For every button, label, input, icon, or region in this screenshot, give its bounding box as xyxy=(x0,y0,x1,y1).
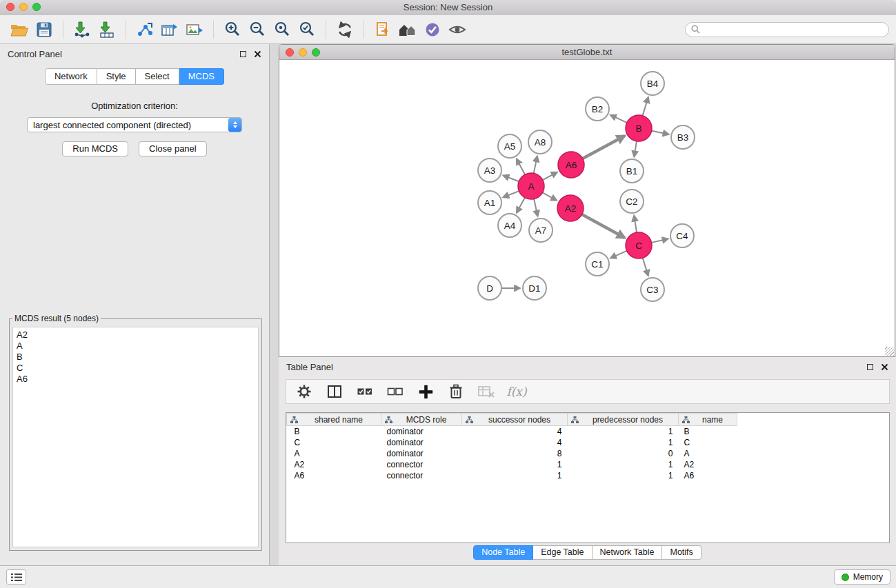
table-row[interactable]: A2connector11A2 xyxy=(287,459,737,470)
delete-column-button[interactable] xyxy=(446,382,466,401)
table-row[interactable]: Cdominator41C xyxy=(287,437,737,448)
network-traffic-lights xyxy=(286,48,320,57)
run-mcds-button[interactable]: Run MCDS xyxy=(62,141,128,156)
create-column-button[interactable] xyxy=(416,382,435,401)
table-row[interactable]: A6connector11A6 xyxy=(287,470,737,481)
mcds-result-item[interactable]: A6 xyxy=(17,374,255,385)
tab-node-table[interactable]: Node Table xyxy=(473,545,533,560)
mcds-result-item[interactable]: B xyxy=(17,352,255,363)
task-history-button[interactable] xyxy=(6,569,26,585)
float-panel-icon[interactable] xyxy=(240,51,246,57)
network-graph[interactable]: B4B2BB3A5A8A6A3B1AC2A1A2A4A7C4CC1C3DD1 xyxy=(279,60,895,356)
export-image-icon xyxy=(186,21,203,38)
close-panel-icon[interactable] xyxy=(254,50,261,58)
mcds-result-list[interactable]: A2ABCA6 xyxy=(12,327,259,547)
edge-A-A8[interactable] xyxy=(534,156,537,174)
zoom-fit-button[interactable] xyxy=(270,18,295,41)
search-field[interactable] xyxy=(685,22,889,37)
apply-style-button[interactable] xyxy=(420,18,445,41)
edge-A2-C[interactable] xyxy=(582,214,625,238)
edge-B-B1[interactable] xyxy=(634,141,637,157)
column-header-label: predecessor nodes xyxy=(593,415,663,425)
export-network-button[interactable] xyxy=(132,18,157,41)
mcds-result-item[interactable]: A xyxy=(17,341,255,352)
node-label-A3: A3 xyxy=(484,165,496,176)
unselect-all-columns-button[interactable] xyxy=(386,382,405,401)
show-columns-button[interactable] xyxy=(325,382,344,401)
minimize-network-window-icon[interactable] xyxy=(299,48,307,57)
memory-button[interactable]: Memory xyxy=(834,569,890,585)
edge-C-C4[interactable] xyxy=(652,239,668,243)
criterion-dropdown[interactable]: largest connected component (directed) xyxy=(27,117,242,132)
column-header-successor-nodes[interactable]: successor nodes xyxy=(462,414,568,426)
mcds-result-item[interactable]: A2 xyxy=(17,330,255,341)
show-graphics-details-button[interactable] xyxy=(445,18,470,41)
tab-style[interactable]: Style xyxy=(97,68,136,85)
table-cell: A6 xyxy=(287,470,381,481)
zoom-fit-icon xyxy=(274,21,291,38)
table-toolbar: f(x) xyxy=(286,379,890,404)
search-input[interactable] xyxy=(704,25,883,34)
mcds-result-item[interactable]: C xyxy=(17,363,255,374)
control-panel-header: Control Panel xyxy=(0,44,269,63)
close-table-panel-icon[interactable] xyxy=(881,363,888,371)
column-header-name[interactable]: name xyxy=(679,414,737,426)
select-all-columns-button[interactable] xyxy=(355,382,375,401)
control-panel-tabs: NetworkStyleSelectMCDS xyxy=(0,68,269,85)
column-header-shared-name[interactable]: shared name xyxy=(287,414,381,426)
delete-table-button[interactable] xyxy=(477,382,496,401)
edge-C-C1[interactable] xyxy=(610,251,627,258)
tab-mcds[interactable]: MCDS xyxy=(179,68,224,85)
close-panel-button[interactable]: Close panel xyxy=(139,141,207,156)
open-file-button[interactable] xyxy=(7,18,32,41)
table-cell: 4 xyxy=(462,426,568,437)
zoom-in-button[interactable] xyxy=(220,18,245,41)
close-window-icon[interactable] xyxy=(6,3,14,11)
edge-C-C3[interactable] xyxy=(643,258,648,276)
tab-select[interactable]: Select xyxy=(136,68,179,85)
tab-edge-table[interactable]: Edge Table xyxy=(533,545,592,560)
edge-A-A7[interactable] xyxy=(534,199,537,216)
save-session-button[interactable] xyxy=(32,18,57,41)
edge-A-A1[interactable] xyxy=(503,191,519,197)
zoom-network-window-icon[interactable] xyxy=(312,48,320,57)
zoom-selected-button[interactable] xyxy=(295,18,319,41)
edge-C-C2[interactable] xyxy=(634,216,637,232)
table-row[interactable]: Adominator80A xyxy=(287,448,737,459)
refresh-button[interactable] xyxy=(332,18,357,41)
table-row[interactable]: Bdominator41B xyxy=(287,426,737,437)
export-table-button[interactable] xyxy=(157,18,182,41)
close-network-window-icon[interactable] xyxy=(286,48,294,57)
import-table-from-file-button[interactable] xyxy=(94,18,119,41)
column-header-MCDS-role[interactable]: MCDS role xyxy=(381,414,462,426)
table-panel-title: Table Panel xyxy=(286,362,333,372)
edge-A-A4[interactable] xyxy=(517,198,525,213)
edge-B-B4[interactable] xyxy=(643,97,648,116)
edge-A-A5[interactable] xyxy=(517,159,525,175)
edge-A-A3[interactable] xyxy=(504,176,519,182)
table-settings-button[interactable] xyxy=(295,382,314,401)
tab-network-table[interactable]: Network Table xyxy=(593,545,663,560)
edge-B-B2[interactable] xyxy=(610,115,627,123)
home-button[interactable] xyxy=(395,18,420,41)
edge-A-A6[interactable] xyxy=(543,172,557,180)
export-document-button[interactable] xyxy=(370,18,395,41)
import-network-from-file-button[interactable] xyxy=(70,18,94,41)
tab-network[interactable]: Network xyxy=(45,68,97,85)
function-builder-button[interactable]: f(x) xyxy=(507,382,526,401)
float-table-panel-icon[interactable] xyxy=(867,364,873,370)
network-canvas[interactable]: B4B2BB3A5A8A6A3B1AC2A1A2A4A7C4CC1C3DD1 xyxy=(279,60,895,356)
tab-motifs[interactable]: Motifs xyxy=(662,545,701,560)
network-view-window: testGlobe.txt B4B2BB3A5A8A6A3B1AC2A1A2A4… xyxy=(279,44,895,357)
table-cell: connector xyxy=(381,470,462,481)
edge-B-B3[interactable] xyxy=(652,131,669,134)
edge-A-A2[interactable] xyxy=(543,192,557,200)
export-image-button[interactable] xyxy=(182,18,207,41)
edge-A6-B[interactable] xyxy=(583,136,625,159)
minimize-window-icon[interactable] xyxy=(19,3,28,11)
resize-grip[interactable] xyxy=(885,347,894,356)
node-label-A4: A4 xyxy=(504,221,516,231)
zoom-window-icon[interactable] xyxy=(32,3,41,11)
zoom-out-button[interactable] xyxy=(245,18,270,41)
column-header-predecessor-nodes[interactable]: predecessor nodes xyxy=(568,414,679,426)
